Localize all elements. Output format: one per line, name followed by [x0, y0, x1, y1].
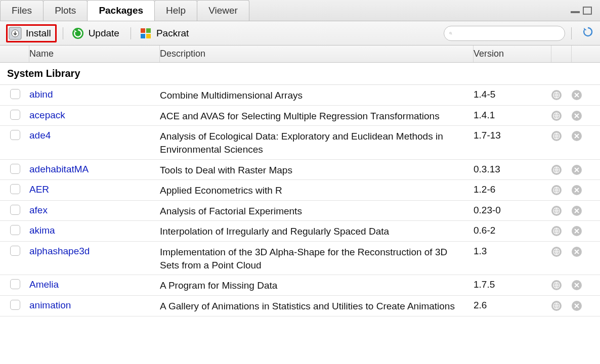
globe-icon[interactable] — [551, 301, 562, 311]
package-name-link[interactable]: alphashape3d — [29, 245, 160, 257]
package-description: A Gallery of Animations in Statistics an… — [160, 299, 474, 313]
tab-files[interactable]: Files — [0, 0, 44, 21]
package-version: 1.2-6 — [474, 183, 551, 195]
remove-icon[interactable] — [572, 185, 582, 195]
remove-icon[interactable] — [572, 111, 582, 121]
package-description: Implementation of the 3D Alpha-Shape for… — [160, 245, 474, 271]
package-row: afexAnalysis of Factorial Experiments0.2… — [0, 201, 600, 221]
globe-icon[interactable] — [551, 165, 562, 175]
install-button[interactable]: Install — [6, 24, 57, 42]
package-checkbox[interactable] — [10, 164, 20, 174]
separator — [63, 27, 63, 39]
globe-icon[interactable] — [551, 185, 562, 195]
column-header-checkbox — [0, 46, 29, 62]
packrat-icon — [139, 27, 152, 40]
package-checkbox[interactable] — [10, 110, 20, 120]
package-description: Combine Multidimensional Arrays — [160, 88, 474, 102]
package-version: 1.7-13 — [474, 129, 551, 141]
package-list[interactable]: System Library abindCombine Multidimensi… — [0, 63, 600, 362]
remove-icon[interactable] — [572, 301, 582, 311]
update-label: Update — [89, 28, 119, 39]
column-header-row: Name Description Version — [0, 46, 600, 63]
column-header-web — [551, 46, 572, 62]
package-name-link[interactable]: adehabitatMA — [29, 163, 160, 175]
package-checkbox[interactable] — [10, 184, 20, 194]
package-version: 1.4-5 — [474, 88, 551, 100]
refresh-icon — [582, 26, 594, 38]
package-name-link[interactable]: afex — [29, 204, 160, 216]
package-version: 0.23-0 — [474, 204, 551, 216]
tab-viewer[interactable]: Viewer — [197, 0, 249, 21]
package-name-link[interactable]: ade4 — [29, 129, 160, 141]
section-title: System Library — [0, 63, 600, 85]
package-description: Tools to Deal with Raster Maps — [160, 163, 474, 177]
remove-icon[interactable] — [572, 280, 582, 290]
package-name-link[interactable]: AER — [29, 183, 160, 195]
package-name-link[interactable]: abind — [29, 88, 160, 100]
package-checkbox[interactable] — [10, 205, 20, 215]
remove-icon[interactable] — [572, 226, 582, 236]
globe-icon[interactable] — [551, 90, 562, 100]
package-row: abindCombine Multidimensional Arrays1.4-… — [0, 85, 600, 106]
package-checkbox[interactable] — [10, 130, 20, 140]
svg-rect-3 — [141, 28, 145, 33]
search-box[interactable] — [444, 26, 565, 41]
separator — [571, 27, 572, 39]
remove-icon[interactable] — [572, 165, 582, 175]
packrat-label: Packrat — [156, 28, 189, 39]
package-name-link[interactable]: Amelia — [29, 278, 160, 290]
globe-icon[interactable] — [551, 247, 562, 257]
package-checkbox[interactable] — [10, 225, 20, 235]
separator — [131, 27, 131, 39]
column-header-version[interactable]: Version — [474, 46, 551, 62]
package-version: 0.6-2 — [474, 224, 551, 236]
globe-icon[interactable] — [551, 206, 562, 216]
svg-point-7 — [450, 32, 451, 33]
maximize-icon[interactable] — [583, 7, 592, 15]
package-description: Analysis of Factorial Experiments — [160, 204, 474, 218]
install-label: Install — [26, 28, 51, 39]
package-description: Analysis of Ecological Data: Exploratory… — [160, 129, 474, 156]
update-button[interactable]: Update — [69, 25, 124, 42]
toolbar: Install Update Packrat — [0, 21, 600, 46]
tab-bar: FilesPlotsPackagesHelpViewer — [0, 0, 600, 21]
package-checkbox[interactable] — [10, 246, 20, 256]
package-row: adehabitatMATools to Deal with Raster Ma… — [0, 160, 600, 180]
globe-icon[interactable] — [551, 280, 562, 290]
package-version: 2.6 — [474, 299, 551, 311]
remove-icon[interactable] — [572, 206, 582, 216]
package-row: animationA Gallery of Animations in Stat… — [0, 296, 600, 316]
remove-icon[interactable] — [572, 90, 582, 100]
package-row: AmeliaA Program for Missing Data1.7.5 — [0, 275, 600, 296]
remove-icon[interactable] — [572, 131, 582, 141]
package-name-link[interactable]: akima — [29, 224, 160, 236]
globe-icon[interactable] — [551, 226, 562, 236]
package-description: A Program for Missing Data — [160, 278, 474, 292]
tab-help[interactable]: Help — [154, 0, 197, 21]
package-description: Interpolation of Irregularly and Regular… — [160, 224, 474, 238]
tab-packages[interactable]: Packages — [87, 0, 155, 21]
search-input[interactable] — [452, 28, 560, 38]
update-icon — [71, 27, 84, 40]
globe-icon[interactable] — [551, 111, 562, 121]
refresh-button[interactable] — [582, 26, 594, 40]
package-description: ACE and AVAS for Selecting Multiple Regr… — [160, 109, 474, 123]
package-name-link[interactable]: animation — [29, 299, 160, 311]
package-row: akimaInterpolation of Irregularly and Re… — [0, 221, 600, 242]
package-checkbox[interactable] — [10, 300, 20, 310]
package-checkbox[interactable] — [10, 279, 20, 289]
package-row: alphashape3dImplementation of the 3D Alp… — [0, 242, 600, 275]
globe-icon[interactable] — [551, 131, 562, 141]
column-header-delete — [572, 46, 592, 62]
package-row: AERApplied Econometrics with R1.2-6 — [0, 180, 600, 201]
column-header-description[interactable]: Description — [160, 46, 474, 62]
package-checkbox[interactable] — [10, 89, 20, 99]
tab-plots[interactable]: Plots — [43, 0, 88, 21]
packrat-button[interactable]: Packrat — [137, 25, 194, 42]
svg-rect-4 — [146, 28, 151, 33]
remove-icon[interactable] — [572, 247, 582, 257]
minimize-icon[interactable] — [571, 8, 580, 13]
package-name-link[interactable]: acepack — [29, 109, 160, 121]
column-header-name[interactable]: Name — [29, 46, 160, 62]
package-row: ade4Analysis of Ecological Data: Explora… — [0, 126, 600, 159]
